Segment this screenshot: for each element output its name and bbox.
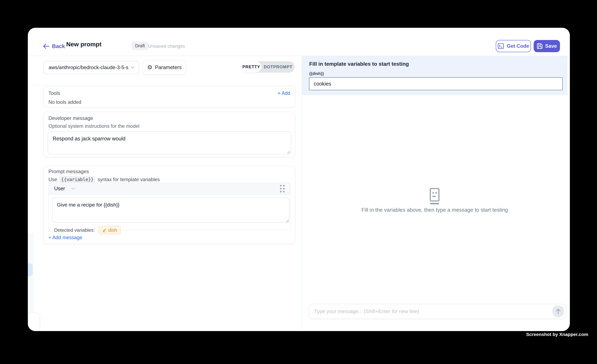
chat-message-input[interactable]: [309, 309, 552, 314]
developer-message-subtitle: Optional system instructions for the mod…: [48, 123, 139, 129]
prompt-messages-subtitle: Use {{variable}} syntax for template var…: [48, 176, 160, 183]
status-badge: Draft: [132, 41, 149, 50]
terminal-icon: [498, 43, 504, 49]
model-select[interactable]: aws/anthropic/bedrock-claude-3-5-s...: [43, 61, 139, 74]
variable-input-label: {{dish}}: [309, 71, 324, 76]
tools-empty-text: No tools added: [48, 99, 81, 105]
toggle-dotprompt[interactable]: DOTPROMPT: [261, 61, 295, 73]
get-code-button[interactable]: Get Code: [496, 40, 531, 52]
prompt-messages-card: Prompt messages Use {{variable}} syntax …: [43, 166, 295, 244]
save-icon: [537, 43, 543, 49]
panel-divider: [302, 56, 302, 331]
toggle-pretty[interactable]: PRETTY: [241, 61, 261, 73]
add-tool-button[interactable]: + Add: [278, 90, 290, 96]
message-header: User: [49, 183, 290, 195]
model-select-value: aws/anthropic/bedrock-claude-3-5-s...: [48, 65, 129, 70]
message-block: User Give me a recipe for {{dish}} Detec…: [48, 182, 290, 231]
add-message-button[interactable]: + Add message: [48, 235, 82, 240]
tools-title: Tools: [48, 90, 60, 96]
test-variables-panel: Fill in template variables to start test…: [302, 56, 567, 95]
variable-value-input[interactable]: [309, 77, 563, 90]
parameters-button[interactable]: ⚙ Parameters: [143, 60, 186, 75]
arrow-left-icon: [43, 44, 49, 49]
prompt-messages-title: Prompt messages: [48, 169, 89, 174]
page-title: New prompt: [66, 41, 102, 48]
subtitle-prefix: Use: [48, 177, 57, 182]
chevron-down-icon: [71, 187, 75, 190]
parameters-label: Parameters: [155, 65, 181, 70]
empty-state-text: Fill in the variables above, then type a…: [302, 207, 567, 213]
send-button[interactable]: [552, 305, 564, 317]
watermark-text: Screenshot by Xnapper.com: [526, 332, 588, 337]
bot-face-icon: [428, 188, 441, 205]
role-select[interactable]: User: [54, 186, 75, 191]
developer-message-textarea[interactable]: Respond as jack sparrow would: [48, 131, 291, 154]
subtitle-suffix: syntax for template variables: [98, 177, 160, 182]
variable-badge[interactable]: dish: [99, 226, 121, 234]
detected-variables-row: Detected variables: dish: [54, 226, 121, 234]
app-window: Back New prompt Draft Unsaved changes Ge…: [28, 28, 570, 331]
back-label: Back: [52, 43, 65, 49]
unsaved-changes-text: Unsaved changes: [148, 44, 185, 49]
toolbar-divider: [28, 85, 302, 85]
drag-handle-icon[interactable]: [280, 185, 285, 192]
view-mode-toggle: PRETTY DOTPROMPT: [241, 61, 295, 73]
screenshot-canvas: { "header": { "back_label": "Back", "tit…: [0, 0, 597, 364]
gear-icon: ⚙: [147, 64, 152, 70]
save-label: Save: [545, 43, 557, 49]
message-content-textarea[interactable]: Give me a recipe for {{dish}}: [52, 198, 289, 222]
back-button[interactable]: Back: [43, 42, 65, 51]
chat-input-container: [309, 304, 566, 319]
test-panel-title: Fill in template variables to start test…: [309, 61, 409, 67]
variable-badge-label: dish: [108, 228, 117, 233]
nav-rail-popover[interactable]: [28, 313, 40, 331]
arrow-up-icon: [555, 308, 561, 315]
pencil-line-icon: [102, 228, 107, 232]
developer-message-card: Developer message Optional system instru…: [43, 112, 295, 157]
detected-variables-label: Detected variables:: [54, 228, 95, 233]
get-code-label: Get Code: [507, 43, 529, 49]
chevron-down-icon: [131, 66, 135, 69]
variable-syntax-chip: {{variable}}: [59, 176, 95, 183]
save-button[interactable]: Save: [534, 40, 560, 52]
role-select-value: User: [54, 186, 65, 191]
tools-card: Tools + Add No tools added: [43, 86, 295, 107]
developer-message-title: Developer message: [48, 115, 93, 121]
nav-rail-active-item[interactable]: [28, 264, 33, 276]
